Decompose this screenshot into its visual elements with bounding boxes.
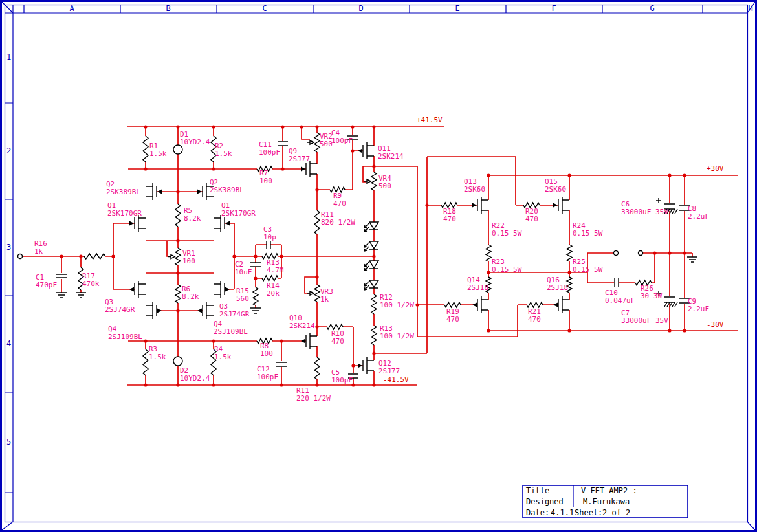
- junction-dot: [232, 254, 236, 258]
- part-value-label: 1.5k: [214, 353, 232, 361]
- input-terminal: [18, 254, 23, 259]
- part-value-label: 2SJ18: [547, 283, 568, 292]
- sheet-frame: ABCDEFGH 12345: [1, 1, 756, 531]
- junction-dot: [668, 173, 671, 177]
- junction-dot: [280, 339, 283, 342]
- date-value: 4.1.1: [551, 508, 574, 517]
- designed-value: M.Furukawa: [583, 497, 630, 506]
- schematic-canvas: ABCDEFGH 12345 R161kC1470pFR17470kQ22SK3…: [0, 0, 757, 532]
- part-value-label: 100pF: [259, 148, 280, 157]
- outer-border: [1, 1, 756, 531]
- junction-dot: [315, 325, 318, 328]
- part-value-label: 500: [320, 140, 333, 148]
- part-value-label: 2SK170GR: [107, 209, 142, 217]
- part-value-label: 2SK389BL: [106, 188, 140, 196]
- column-letter: F: [551, 4, 556, 13]
- junction-dot: [176, 190, 179, 193]
- sheet-label: Sheet:: [575, 508, 602, 517]
- rail-label: -41.5V: [383, 375, 409, 384]
- part-value-label: 2SK170GR: [221, 209, 256, 217]
- date-label: Date:: [526, 508, 549, 517]
- junction-dot: [668, 329, 671, 332]
- junction-dot: [683, 173, 686, 177]
- part-value-label: 33000uF 35V: [621, 208, 668, 216]
- part-value-label: 100pF: [331, 376, 353, 384]
- junction-dot: [300, 125, 303, 128]
- part-value-label: 20k: [267, 289, 280, 298]
- terminals: [18, 251, 643, 259]
- junction-dot: [60, 254, 63, 258]
- designed-label: Designed: [526, 497, 564, 506]
- part-value-label: 470pF: [36, 281, 57, 289]
- part-value-label: 10YD2.4: [180, 374, 210, 382]
- row-number: 1: [6, 52, 11, 61]
- part-value-label: 0.15 5W: [573, 265, 603, 274]
- junction-dot: [487, 329, 490, 332]
- junction-dot: [254, 254, 257, 258]
- part-value-label: 2SJ18: [467, 283, 488, 292]
- junction-dot: [144, 383, 147, 386]
- junction-dot: [315, 188, 318, 191]
- column-letter: H: [748, 4, 752, 13]
- part-value-label: 1k: [320, 295, 329, 304]
- part-value-label: 33000uF 35V: [621, 316, 668, 325]
- part-value-label: 8.2k: [182, 293, 199, 301]
- junction-dot: [176, 271, 179, 274]
- junction-dot: [281, 167, 284, 170]
- part-value-label: 100pF: [257, 373, 278, 381]
- junction-dot: [372, 383, 375, 386]
- junction-dot: [212, 339, 215, 342]
- junction-dot: [176, 125, 179, 128]
- part-value-label: 2SK60: [464, 185, 485, 194]
- junction-dot: [212, 125, 215, 128]
- part-value-label: 1.5k: [149, 150, 167, 158]
- row-numbers: 12345: [6, 52, 11, 447]
- part-value-label: 820 1/2W: [321, 218, 355, 227]
- junction-dot: [683, 251, 686, 254]
- junction-dot: [415, 303, 419, 306]
- part-value-label: 470: [443, 215, 456, 223]
- part-value-label: 2SJ109BL: [108, 333, 142, 341]
- part-value-label: 10uF: [235, 268, 252, 276]
- junction-dot: [176, 383, 179, 386]
- component-symbols: [56, 133, 697, 379]
- title-value: V-FET AMP2 :: [581, 486, 637, 495]
- junction-dot: [487, 271, 490, 274]
- part-value-label: 0.15 5W: [492, 229, 522, 238]
- part-value-label: 0.047uF: [605, 296, 635, 305]
- part-value-label: 470: [333, 199, 346, 208]
- part-value-label: 2SJ77: [378, 367, 400, 375]
- output-terminal-right: [639, 251, 643, 256]
- column-letter: A: [69, 4, 74, 13]
- part-value-label: 2SJ74GR: [219, 310, 250, 318]
- output-terminal-left: [614, 251, 619, 256]
- junction-dot: [567, 329, 571, 332]
- part-value-label: 2SK214: [378, 152, 404, 161]
- part-value-label: 0.15 5W: [573, 229, 603, 238]
- column-letter: G: [650, 4, 654, 13]
- inner-border: [5, 5, 748, 522]
- row-number: 3: [6, 243, 11, 252]
- junction-dot: [425, 203, 428, 206]
- junction-dot: [372, 351, 375, 355]
- part-value-label: 470: [528, 315, 541, 324]
- part-value-label: 220 1/2W: [296, 394, 331, 403]
- part-value-label: 10p: [263, 233, 276, 241]
- junction-dot: [372, 125, 375, 128]
- junction-dot: [212, 383, 215, 386]
- part-value-label: 1.5k: [215, 150, 232, 158]
- part-value-label: 2SJ109BL: [214, 327, 248, 336]
- component-labels: R161kC1470pFR17470kQ22SK389BLQ12SK170GRQ…: [34, 129, 709, 403]
- column-letter: B: [166, 4, 170, 13]
- column-letter: E: [455, 4, 459, 13]
- junction-dot: [280, 383, 283, 386]
- part-value-label: 470: [446, 315, 459, 324]
- part-value-label: 470k: [82, 280, 100, 288]
- junction-dot: [351, 149, 354, 152]
- junction-dot: [351, 125, 354, 128]
- junction-dot: [372, 254, 375, 258]
- part-value-label: 0.15 5W: [492, 265, 522, 274]
- schematic-page: ABCDEFGH 12345 R161kC1470pFR17470kQ22SK3…: [0, 0, 757, 532]
- junction-dot: [281, 125, 284, 128]
- junction-dot: [315, 383, 318, 386]
